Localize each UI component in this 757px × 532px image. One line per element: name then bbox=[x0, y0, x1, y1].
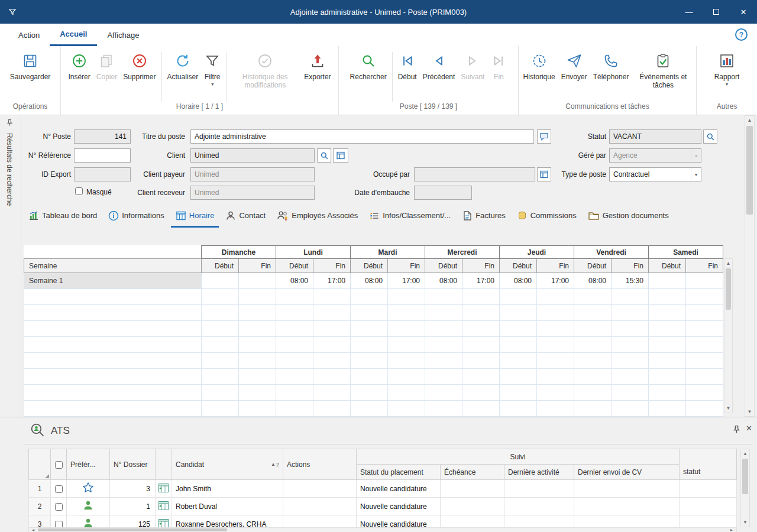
maximize-button[interactable] bbox=[703, 0, 730, 24]
occupe-par-open-button[interactable] bbox=[537, 167, 551, 181]
search-icon bbox=[360, 51, 377, 70]
send-button[interactable]: Envoyer bbox=[558, 51, 590, 82]
scroll-thumb[interactable] bbox=[726, 268, 731, 310]
date-embauche-field bbox=[414, 186, 472, 200]
schedule-week-row: Semaine 1 08:0017:00 08:0017:00 08:0017:… bbox=[24, 273, 723, 289]
ats-vertical-scrollbar[interactable]: ▲ ▼ bbox=[740, 449, 750, 527]
comment-button[interactable] bbox=[537, 129, 551, 144]
report-button[interactable]: Rapport ▾ bbox=[711, 51, 743, 87]
ats-col-icon[interactable] bbox=[156, 449, 172, 480]
tab-factures[interactable]: Factures bbox=[457, 205, 510, 228]
ats-col-statut-placement[interactable]: Statut du placement bbox=[357, 465, 441, 480]
ats-col-echeance[interactable]: Échéance bbox=[441, 465, 504, 480]
schedule-vertical-scrollbar[interactable]: ▲ ▼ bbox=[724, 258, 733, 413]
coins-icon bbox=[517, 210, 528, 221]
ats-row[interactable]: 2 1 Robert Duval bbox=[29, 498, 737, 515]
first-record-button[interactable]: Début bbox=[395, 51, 420, 82]
delete-button[interactable]: Supprimer bbox=[120, 51, 158, 82]
search-button[interactable]: Rechercher bbox=[347, 51, 390, 82]
tab-infos-classement[interactable]: Infos/Classement/... bbox=[364, 205, 455, 228]
masque-checkbox[interactable] bbox=[75, 187, 83, 195]
ats-col-actions[interactable]: Actions bbox=[283, 449, 357, 480]
open-record-icon bbox=[336, 151, 345, 160]
ribbon-group-autres: Rapport ▾ Autres bbox=[697, 46, 757, 115]
events-tasks-icon bbox=[655, 51, 671, 70]
scroll-down-arrow[interactable]: ▼ bbox=[741, 518, 749, 527]
send-icon bbox=[566, 51, 583, 70]
scroll-left-arrow[interactable]: ◄ bbox=[29, 528, 37, 532]
week-label-cell[interactable]: Semaine 1 bbox=[24, 273, 202, 289]
events-tasks-button[interactable]: Événements et tâches bbox=[632, 51, 694, 90]
ats-row[interactable]: 1 3 John Smith bbox=[29, 480, 737, 498]
tab-accueil[interactable]: Accueil bbox=[50, 24, 97, 46]
previous-record-button[interactable]: Précédent bbox=[420, 51, 458, 82]
minimize-button[interactable]: — bbox=[675, 0, 703, 24]
ats-panel-title: ATS bbox=[51, 425, 70, 437]
insert-button[interactable]: Insérer bbox=[65, 51, 93, 82]
pin-icon[interactable] bbox=[6, 119, 14, 128]
day-header-dimanche: Dimanche bbox=[202, 246, 276, 259]
tab-informations[interactable]: Informations bbox=[103, 205, 169, 228]
scroll-thumb[interactable] bbox=[38, 528, 227, 531]
statut-search-button[interactable] bbox=[703, 129, 717, 144]
scroll-up-arrow[interactable]: ▲ bbox=[745, 116, 754, 125]
main-vertical-scrollbar[interactable]: ▲ ▼ bbox=[745, 115, 755, 417]
tab-contact[interactable]: Contact bbox=[221, 205, 270, 228]
phone-icon bbox=[603, 51, 619, 70]
ats-table: Préfér... N° Dossier Candidat ▲ 2 Action… bbox=[28, 449, 737, 532]
next-icon bbox=[464, 51, 481, 70]
tab-gestion-documents[interactable]: Gestion documents bbox=[583, 205, 674, 228]
tab-affichage[interactable]: Affichage bbox=[97, 24, 149, 46]
type-poste-select[interactable]: Contractuel ▾ bbox=[609, 167, 701, 181]
titre-poste-field[interactable] bbox=[190, 129, 534, 144]
scroll-up-arrow[interactable]: ▲ bbox=[724, 259, 732, 268]
scroll-down-arrow[interactable]: ▼ bbox=[745, 407, 754, 416]
save-button[interactable]: Sauvegarder bbox=[7, 51, 54, 82]
masque-label: Masqué bbox=[86, 188, 122, 197]
phone-button[interactable]: Téléphoner bbox=[590, 51, 632, 82]
tab-horaire[interactable]: Horaire bbox=[171, 205, 219, 228]
ats-select-corner[interactable] bbox=[29, 449, 51, 480]
select-all-checkbox[interactable] bbox=[55, 461, 63, 469]
tab-action[interactable]: Action bbox=[8, 24, 50, 46]
tab-employes-associes[interactable]: Employés Associés bbox=[272, 205, 363, 228]
main-content: Résultats de recherche N° Poste N° Référ… bbox=[0, 115, 757, 417]
tab-commissions[interactable]: Commissions bbox=[512, 205, 581, 228]
history-icon bbox=[531, 51, 548, 70]
invoice-icon bbox=[462, 210, 473, 221]
scroll-right-arrow[interactable]: ► bbox=[727, 528, 736, 532]
close-panel-icon[interactable]: ✕ bbox=[746, 424, 752, 433]
tab-tableau-de-bord[interactable]: Tableau de bord bbox=[24, 205, 102, 228]
ats-col-statut[interactable]: statut bbox=[680, 449, 737, 480]
help-icon[interactable]: ? bbox=[735, 28, 748, 41]
scroll-thumb[interactable] bbox=[742, 459, 748, 494]
ats-col-dossier[interactable]: N° Dossier bbox=[110, 449, 156, 480]
pin-icon[interactable] bbox=[732, 425, 741, 436]
search-icon bbox=[320, 151, 329, 160]
row-checkbox[interactable] bbox=[55, 485, 63, 493]
no-reference-field[interactable] bbox=[74, 148, 131, 163]
scroll-down-arrow[interactable]: ▼ bbox=[724, 404, 732, 413]
ats-col-derniere-activite[interactable]: Dernière activité bbox=[504, 465, 574, 480]
row-checkbox[interactable] bbox=[55, 503, 63, 511]
ats-col-candidat[interactable]: Candidat ▲ 2 bbox=[172, 449, 283, 480]
scroll-up-arrow[interactable]: ▲ bbox=[741, 449, 749, 458]
id-export-field bbox=[74, 167, 131, 181]
ribbon-group-poste: Rechercher Début Précédent bbox=[339, 46, 519, 115]
history-button[interactable]: Historique bbox=[520, 51, 558, 82]
filter-button[interactable]: Filtre ▾ bbox=[201, 51, 224, 87]
client-open-button[interactable] bbox=[333, 148, 348, 163]
client-search-button[interactable] bbox=[317, 148, 331, 163]
ats-col-dernier-envoi-cv[interactable]: Dernier envoi de CV bbox=[574, 465, 680, 480]
close-button[interactable]: ✕ bbox=[730, 0, 757, 24]
scroll-thumb[interactable] bbox=[746, 126, 753, 215]
ats-col-prefer[interactable]: Préfér... bbox=[67, 449, 110, 480]
last-record-button: Fin bbox=[487, 51, 510, 82]
group-label-communications: Communications et tâches bbox=[519, 102, 696, 111]
export-button[interactable]: Exporter bbox=[301, 51, 334, 82]
search-results-panel-tab[interactable]: Résultats de recherche bbox=[0, 115, 21, 417]
occupe-par-field bbox=[414, 167, 535, 181]
ats-horizontal-scrollbar[interactable]: ◄ ► bbox=[28, 527, 736, 532]
group-label-poste: Poste [ 139 / 139 ] bbox=[339, 102, 518, 111]
refresh-button[interactable]: Actualiser bbox=[164, 51, 202, 82]
